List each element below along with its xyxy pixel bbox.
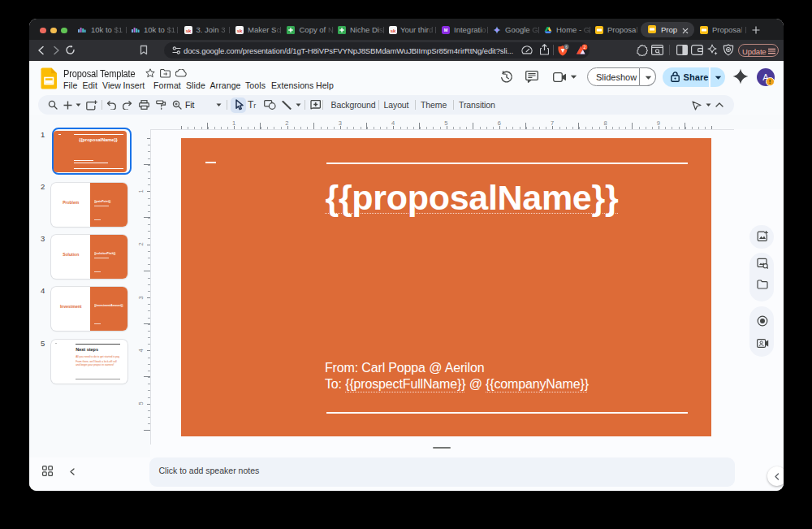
svg-text:sk: sk xyxy=(185,28,191,33)
svg-text:M: M xyxy=(444,28,448,33)
svg-text:2: 2 xyxy=(584,45,586,50)
svg-text:sk: sk xyxy=(391,28,396,33)
svg-text:sk: sk xyxy=(237,28,243,33)
